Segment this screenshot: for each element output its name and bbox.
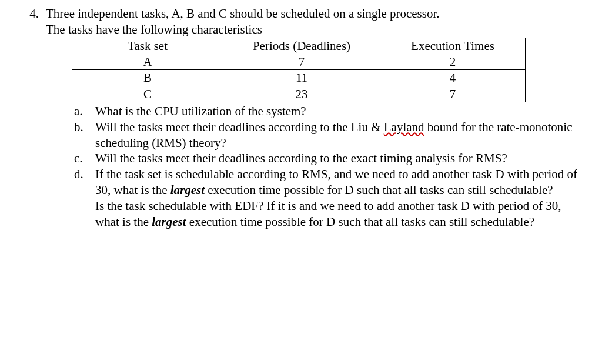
spellcheck-underline: Layland bbox=[384, 120, 424, 134]
subpart-letter: b. bbox=[74, 119, 95, 135]
table-cell: 7 bbox=[223, 54, 380, 70]
question-block: 4. Three independent tasks, A, B and C s… bbox=[18, 6, 584, 230]
table-cell: 11 bbox=[223, 70, 380, 86]
subpart-text: Will the tasks meet their deadlines acco… bbox=[95, 119, 584, 151]
table-cell: A bbox=[72, 54, 223, 70]
table-cell: 2 bbox=[380, 54, 526, 70]
subpart-text: If the task set is schedulable according… bbox=[95, 166, 584, 230]
text-segment: execution time possible for D such that … bbox=[205, 183, 553, 197]
subpart-b: b. Will the tasks meet their deadlines a… bbox=[74, 119, 584, 151]
subpart-letter: a. bbox=[74, 103, 95, 119]
text-segment: execution time possible for D such that … bbox=[186, 215, 535, 229]
subparts: a. What is the CPU utilization of the sy… bbox=[74, 103, 584, 230]
task-table: Task set Periods (Deadlines) Execution T… bbox=[72, 38, 526, 102]
text-segment: Will the tasks meet their deadlines acco… bbox=[95, 120, 384, 134]
question-number: 4. bbox=[18, 6, 46, 21]
emphasized-text: largest bbox=[152, 215, 186, 229]
question-body: Three independent tasks, A, B and C shou… bbox=[46, 6, 584, 230]
table-header-cell: Task set bbox=[72, 38, 223, 54]
table-header-row: Task set Periods (Deadlines) Execution T… bbox=[72, 38, 526, 54]
subpart-a: a. What is the CPU utilization of the sy… bbox=[74, 103, 584, 119]
subpart-letter: d. bbox=[74, 166, 95, 182]
table-cell: 23 bbox=[223, 86, 380, 102]
table-header-cell: Periods (Deadlines) bbox=[223, 38, 380, 54]
table-cell: B bbox=[72, 70, 223, 86]
subpart-letter: c. bbox=[74, 151, 95, 166]
intro-line-1: Three independent tasks, A, B and C shou… bbox=[46, 6, 584, 22]
subpart-c: c. Will the tasks meet their deadlines a… bbox=[74, 151, 584, 166]
table-header-cell: Execution Times bbox=[380, 38, 526, 54]
subpart-text: What is the CPU utilization of the syste… bbox=[95, 103, 584, 119]
table-cell: C bbox=[72, 86, 223, 102]
table-cell: 4 bbox=[380, 70, 526, 86]
subpart-text: Will the tasks meet their deadlines acco… bbox=[95, 151, 584, 166]
table-cell: 7 bbox=[380, 86, 526, 102]
table-row: A 7 2 bbox=[72, 54, 526, 70]
intro-line-2: The tasks have the following characteris… bbox=[46, 22, 584, 38]
table-row: B 11 4 bbox=[72, 70, 526, 86]
emphasized-text: largest bbox=[170, 183, 205, 197]
table-row: C 23 7 bbox=[72, 86, 526, 102]
subpart-d: d. If the task set is schedulable accord… bbox=[74, 166, 584, 230]
